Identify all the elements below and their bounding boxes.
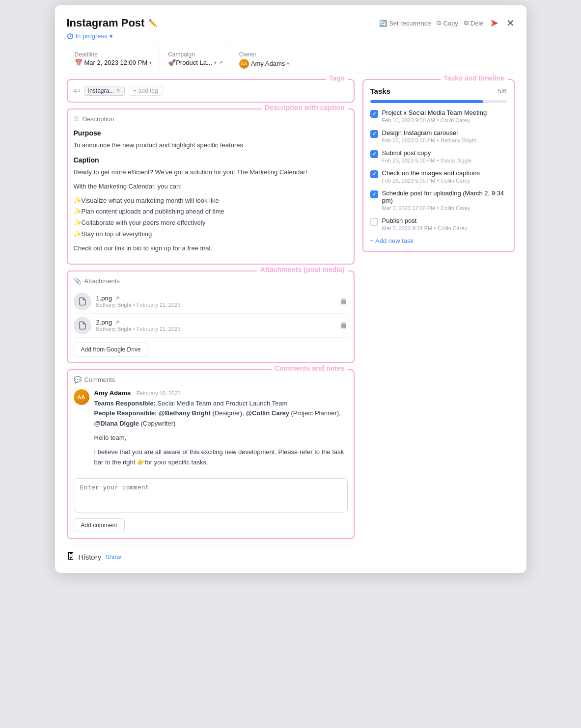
external-link-icon-2[interactable]: ↗ bbox=[115, 319, 119, 325]
tasks-count: 5/6 bbox=[498, 87, 506, 95]
caption-intro: Ready to get more efficient? We've got a… bbox=[74, 167, 348, 178]
deadline-chevron-icon: ▾ bbox=[149, 60, 152, 65]
campaign-value[interactable]: 🚀Product La... ▾ ↗ bbox=[168, 59, 223, 66]
purpose-text: To announce the new product and highligh… bbox=[74, 140, 348, 151]
comment-input[interactable] bbox=[74, 478, 348, 512]
tasks-progress-bar bbox=[370, 100, 507, 103]
deadline-field: Deadline 📅 Mar 2, 2023 12:00 PM ▾ bbox=[67, 46, 161, 74]
delete-icon: ⧉ bbox=[464, 19, 469, 27]
history-label: History bbox=[79, 553, 102, 561]
task-item-1: Project x Social Media Team Meeting Feb … bbox=[370, 109, 507, 123]
comment-icon: 💬 bbox=[74, 376, 82, 383]
file-icon-2 bbox=[74, 317, 91, 334]
tag-icon: 🏷 bbox=[74, 87, 80, 94]
bullet-3: ✨Collaborate with your peers more effect… bbox=[74, 218, 348, 228]
status-badge[interactable]: In progress ▾ bbox=[67, 32, 113, 40]
owner-field: Owner AA Amy Adams ▾ bbox=[231, 46, 297, 74]
tag-remove-icon[interactable]: ✕ bbox=[116, 87, 120, 94]
task-checkbox-2[interactable] bbox=[370, 130, 378, 138]
task-name-1: Project x Social Media Team Meeting bbox=[382, 109, 507, 116]
arrow-right-icon: ➤ bbox=[490, 17, 498, 29]
add-tag-button[interactable]: + add tag bbox=[129, 86, 162, 96]
status-label: In progress bbox=[76, 32, 108, 40]
caption-bullets: ✨Visualize what you marketing month will… bbox=[74, 196, 348, 240]
set-recurrence-btn[interactable]: 🔄 Set recurrence bbox=[379, 20, 431, 27]
history-show-link[interactable]: Show bbox=[105, 553, 121, 561]
task-meta-1: Feb 13, 2023 9:00 AM Collin Carey bbox=[382, 117, 507, 123]
modal-container: Instagram Post ✏️ In progress ▾ 🔄 Set re… bbox=[55, 5, 526, 573]
task-info-1: Project x Social Media Team Meeting Feb … bbox=[382, 109, 507, 123]
tasks-header: Tasks 5/6 bbox=[370, 87, 507, 95]
task-name-3: Submit post copy bbox=[382, 149, 507, 157]
comment-text-1: Teams Responsible: Social Media Team and… bbox=[94, 399, 348, 468]
modal-header: Instagram Post ✏️ In progress ▾ 🔄 Set re… bbox=[67, 17, 515, 42]
external-link-icon[interactable]: ↗ bbox=[219, 59, 223, 66]
deadline-label: Deadline bbox=[75, 51, 152, 58]
task-item-3: Submit post copy Feb 23, 2023 5:00 PM Di… bbox=[370, 149, 507, 163]
campaign-field: Campaign 🚀Product La... ▾ ↗ bbox=[160, 46, 231, 74]
left-panel: Tags 🏷 instagra... ✕ + add tag Descripti… bbox=[67, 79, 355, 562]
attachment-delete-2[interactable]: 🗑 bbox=[340, 321, 348, 330]
task-info-6: Publish post Mar 2, 2023 9:34 PM Collin … bbox=[382, 217, 507, 231]
owner-avatar: AA bbox=[239, 59, 249, 69]
attachment-item-1: 1.png ↗ Bethany Bright • February 21, 20… bbox=[74, 290, 348, 314]
add-task-button[interactable]: + Add new task bbox=[370, 237, 414, 244]
comment-avatar-1: AA bbox=[74, 389, 89, 405]
tag-chip: instagra... ✕ bbox=[84, 86, 125, 96]
attachment-name-1: 1.png ↗ bbox=[96, 295, 335, 302]
task-meta-6: Mar 2, 2023 9:34 PM Collin Carey bbox=[382, 225, 507, 231]
history-icon: 🗄 bbox=[67, 552, 75, 561]
task-checkbox-1[interactable] bbox=[370, 110, 378, 118]
task-checkbox-5[interactable] bbox=[370, 190, 378, 198]
external-link-icon-1[interactable]: ↗ bbox=[115, 295, 119, 301]
attachments-header: 📎 Attachments bbox=[74, 277, 348, 285]
comment-item-1: AA Amy Adams February 10, 2023 Teams Res… bbox=[74, 389, 348, 468]
description-content: Purpose To announce the new product and … bbox=[74, 128, 348, 254]
delete-btn[interactable]: ⧉ Dele bbox=[464, 19, 484, 27]
task-name-2: Design Instagram carousel bbox=[382, 129, 507, 136]
task-meta-4: Feb 25, 2023 5:00 PM Collin Carey bbox=[382, 178, 507, 184]
tasks-progress-fill bbox=[370, 100, 484, 103]
owner-value[interactable]: AA Amy Adams ▾ bbox=[239, 59, 289, 69]
modal-header-right: 🔄 Set recurrence ⧉ Copy ⧉ Dele ➤ ✕ bbox=[379, 17, 514, 29]
main-content: Tags 🏷 instagra... ✕ + add tag Descripti… bbox=[67, 79, 515, 562]
comments-section-label: Comments and notes bbox=[272, 364, 347, 372]
task-item-6: Publish post Mar 2, 2023 9:34 PM Collin … bbox=[370, 217, 507, 231]
edit-icon[interactable]: ✏️ bbox=[148, 19, 158, 27]
description-section-label: Description with caption bbox=[262, 104, 348, 111]
task-checkbox-4[interactable] bbox=[370, 170, 378, 178]
caption-body: With the Marketing Calendar, you can: bbox=[74, 182, 348, 192]
google-drive-button[interactable]: Add from Google Drive bbox=[74, 343, 148, 356]
copy-btn[interactable]: ⧉ Copy bbox=[437, 19, 458, 27]
close-button[interactable]: ✕ bbox=[506, 17, 515, 29]
task-info-3: Submit post copy Feb 23, 2023 5:00 PM Di… bbox=[382, 149, 507, 163]
task-name-5: Schedule post for uploading (March 2, 9:… bbox=[382, 189, 507, 204]
tags-row: 🏷 instagra... ✕ + add tag bbox=[74, 86, 348, 96]
attachment-meta-2: Bethany Bright • February 21, 2023 bbox=[96, 326, 335, 332]
attachments-section: Attachments (post media) 📎 Attachments bbox=[67, 270, 355, 363]
deadline-value[interactable]: 📅 Mar 2, 2023 12:00 PM ▾ bbox=[75, 59, 152, 66]
task-info-4: Check on the images and captions Feb 25,… bbox=[382, 169, 507, 184]
tags-section-label: Tags bbox=[326, 74, 348, 82]
task-item-4: Check on the images and captions Feb 25,… bbox=[370, 169, 507, 184]
purpose-heading: Purpose bbox=[74, 128, 348, 138]
task-meta-2: Feb 23, 2023 5:00 PM Bethany Bright bbox=[382, 137, 507, 143]
bullet-1: ✨Visualize what you marketing month will… bbox=[74, 196, 348, 206]
campaign-chevron-icon: ▾ bbox=[214, 60, 217, 65]
list-icon: ☰ bbox=[74, 115, 80, 123]
status-chevron-icon: ▾ bbox=[110, 32, 113, 40]
task-name-6: Publish post bbox=[382, 217, 507, 224]
task-checkbox-6[interactable] bbox=[370, 218, 378, 226]
attachment-info-1: 1.png ↗ Bethany Bright • February 21, 20… bbox=[96, 295, 335, 308]
comments-section: Comments and notes 💬 Comments AA Amy Ada… bbox=[67, 369, 355, 539]
add-comment-button[interactable]: Add comment bbox=[74, 518, 125, 532]
task-name-4: Check on the images and captions bbox=[382, 169, 507, 177]
comment-body-1: Amy Adams February 10, 2023 Teams Respon… bbox=[94, 389, 348, 468]
owner-label: Owner bbox=[239, 51, 289, 58]
bullet-4: ✨Stay on top of everything bbox=[74, 229, 348, 240]
task-checkbox-3[interactable] bbox=[370, 150, 378, 158]
caption-outro: Check out our link in bio to sign up for… bbox=[74, 243, 348, 254]
attachment-delete-1[interactable]: 🗑 bbox=[340, 297, 348, 306]
bullet-2: ✨Plan content uploads and publishing ahe… bbox=[74, 207, 348, 217]
task-info-2: Design Instagram carousel Feb 23, 2023 5… bbox=[382, 129, 507, 143]
